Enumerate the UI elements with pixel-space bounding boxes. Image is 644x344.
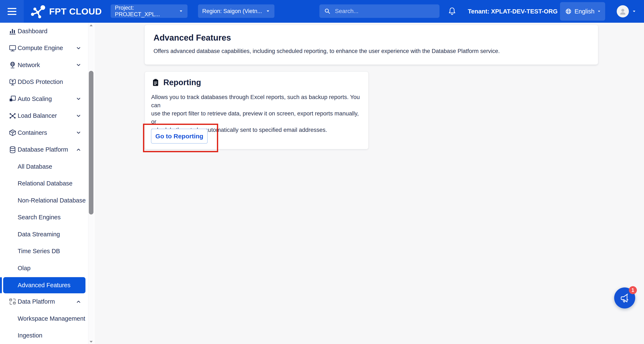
language-dropdown-label: English bbox=[574, 8, 594, 15]
sidebar: DashboardCompute EngineNetworkDDoS Prote… bbox=[0, 23, 94, 344]
sidebar-item-ingestion[interactable]: Ingestion bbox=[0, 327, 88, 344]
main-content: Advanced Features Offers advanced databa… bbox=[94, 23, 644, 344]
sidebar-item-label: Containers bbox=[18, 129, 47, 136]
scroll-down-arrow-icon[interactable] bbox=[89, 339, 94, 344]
database-platform-icon bbox=[8, 145, 17, 154]
sidebar-item-label: Workspace Management bbox=[18, 315, 85, 322]
sidebar-item-load-balancer[interactable]: Load Balancer bbox=[0, 107, 88, 124]
search-input[interactable] bbox=[334, 8, 436, 15]
sidebar-item-label: Database Platform bbox=[18, 146, 68, 153]
scroll-up-arrow-icon[interactable] bbox=[89, 23, 94, 28]
megaphone-icon bbox=[619, 292, 630, 304]
sidebar-item-search-engines[interactable]: Search Engines bbox=[0, 209, 88, 226]
chevron-down-icon bbox=[75, 95, 82, 102]
person-icon bbox=[618, 7, 628, 16]
go-to-reporting-button[interactable]: Go to Reporting bbox=[151, 129, 208, 144]
sidebar-menu: DashboardCompute EngineNetworkDDoS Prote… bbox=[0, 23, 88, 344]
sidebar-item-label: Search Engines bbox=[18, 214, 61, 221]
reporting-card-description: Allows you to track databases through Ex… bbox=[151, 93, 362, 134]
sidebar-item-dashboard[interactable]: Dashboard bbox=[0, 23, 88, 40]
caret-down-icon bbox=[597, 9, 601, 14]
chevron-down-icon bbox=[75, 45, 82, 52]
chevron-down-icon bbox=[75, 62, 82, 68]
caret-down-icon bbox=[179, 9, 183, 14]
notification-badge: 1 bbox=[629, 286, 637, 294]
chevron-down-icon bbox=[75, 129, 82, 136]
chevron-down-icon bbox=[75, 112, 82, 119]
reporting-description-line: Allows you to track databases through Ex… bbox=[151, 93, 362, 109]
sidebar-item-data-streaming[interactable]: Data Streaming bbox=[0, 226, 88, 243]
reporting-card-title: Reporting bbox=[163, 78, 201, 87]
sidebar-item-label: Auto Scaling bbox=[18, 95, 52, 102]
sidebar-item-network[interactable]: Network bbox=[0, 57, 88, 74]
sidebar-item-label: Data Streaming bbox=[18, 231, 60, 238]
sidebar-item-advanced-features[interactable]: Advanced Features bbox=[3, 277, 86, 293]
page-header-card: Advanced Features Offers advanced databa… bbox=[145, 25, 598, 65]
sidebar-scrollbar-track[interactable] bbox=[88, 23, 94, 344]
user-menu[interactable] bbox=[617, 5, 636, 18]
sidebar-item-label: Time Series DB bbox=[18, 248, 60, 255]
sidebar-item-workspace-management[interactable]: Workspace Management bbox=[0, 310, 88, 327]
bell-icon bbox=[447, 6, 457, 17]
sidebar-item-ddos-protection[interactable]: DDoS Protection bbox=[0, 74, 88, 91]
sidebar-item-label: Network bbox=[18, 62, 40, 69]
tenant-dropdown[interactable]: Tenant: XPLAT-DEV-TEST-ORG bbox=[468, 0, 565, 23]
sidebar-item-non-relational-database[interactable]: Non-Relational Database bbox=[0, 192, 88, 209]
announcements-fab[interactable]: 1 bbox=[614, 287, 635, 308]
fpt-cloud-logo: FPT CLOUD bbox=[31, 0, 102, 23]
fpt-logo-mark-icon bbox=[31, 5, 46, 18]
sidebar-item-database-platform[interactable]: Database Platform bbox=[0, 141, 88, 158]
hamburger-icon bbox=[8, 8, 16, 15]
avatar bbox=[617, 5, 629, 18]
sidebar-item-label: Compute Engine bbox=[18, 45, 63, 52]
sidebar-item-label: Non-Relational Database bbox=[18, 197, 86, 204]
reporting-description-line: use the report filter to retrieve data, … bbox=[151, 109, 362, 126]
project-dropdown-label: Project: PROJECT_XPL... bbox=[115, 5, 176, 18]
sidebar-item-all-database[interactable]: All Database bbox=[0, 158, 88, 175]
page-title: Advanced Features bbox=[154, 33, 589, 43]
sidebar-item-label: Ingestion bbox=[18, 332, 42, 339]
data-platform-icon bbox=[8, 297, 17, 306]
sidebar-item-label: Data Platform bbox=[18, 298, 55, 305]
sidebar-scrollbar-thumb[interactable] bbox=[89, 71, 94, 215]
auto-scaling-icon bbox=[8, 95, 17, 103]
containers-icon bbox=[8, 128, 17, 137]
global-search bbox=[320, 5, 440, 18]
ddos-protection-icon bbox=[8, 78, 17, 86]
sidebar-item-data-platform[interactable]: Data Platform bbox=[0, 293, 88, 310]
sidebar-item-label: Load Balancer bbox=[18, 112, 57, 119]
sidebar-item-label: Relational Database bbox=[18, 180, 72, 187]
caret-down-icon bbox=[632, 9, 636, 14]
sidebar-item-label: Olap bbox=[18, 265, 30, 272]
region-dropdown-label: Region: Saigon (Vietn... bbox=[202, 8, 262, 15]
reporting-card-header: Reporting bbox=[151, 78, 362, 87]
search-icon bbox=[323, 7, 332, 15]
dashboard-icon bbox=[8, 27, 17, 35]
chevron-up-icon bbox=[75, 298, 82, 305]
compute-engine-icon bbox=[8, 44, 17, 52]
sidebar-item-label: All Database bbox=[18, 163, 52, 170]
sidebar-item-compute-engine[interactable]: Compute Engine bbox=[0, 40, 88, 57]
load-balancer-icon bbox=[8, 112, 17, 120]
sidebar-item-time-series-db[interactable]: Time Series DB bbox=[0, 243, 88, 260]
sidebar-item-label: DDoS Protection bbox=[18, 78, 63, 85]
sidebar-toggle-button[interactable] bbox=[0, 0, 24, 23]
network-icon bbox=[8, 61, 17, 69]
chevron-up-icon bbox=[75, 146, 82, 153]
project-dropdown[interactable]: Project: PROJECT_XPL... bbox=[111, 5, 188, 18]
sidebar-item-label: Advanced Features bbox=[18, 282, 70, 289]
language-dropdown[interactable]: English bbox=[560, 2, 605, 21]
sidebar-item-label: Dashboard bbox=[18, 28, 48, 35]
page-description: Offers advanced database capabilities, i… bbox=[154, 48, 589, 55]
sidebar-item-auto-scaling[interactable]: Auto Scaling bbox=[0, 90, 88, 107]
logo-text: FPT CLOUD bbox=[49, 6, 102, 17]
sidebar-item-olap[interactable]: Olap bbox=[0, 260, 88, 277]
reporting-card: Reporting Allows you to track databases … bbox=[145, 72, 368, 149]
top-navbar: FPT CLOUD Project: PROJECT_XPL... Region… bbox=[0, 0, 644, 23]
sidebar-item-relational-database[interactable]: Relational Database bbox=[0, 175, 88, 192]
globe-icon bbox=[564, 7, 573, 16]
clipboard-icon bbox=[151, 78, 160, 87]
notifications-button[interactable] bbox=[447, 6, 457, 17]
region-dropdown[interactable]: Region: Saigon (Vietn... bbox=[198, 5, 274, 18]
sidebar-item-containers[interactable]: Containers bbox=[0, 124, 88, 141]
